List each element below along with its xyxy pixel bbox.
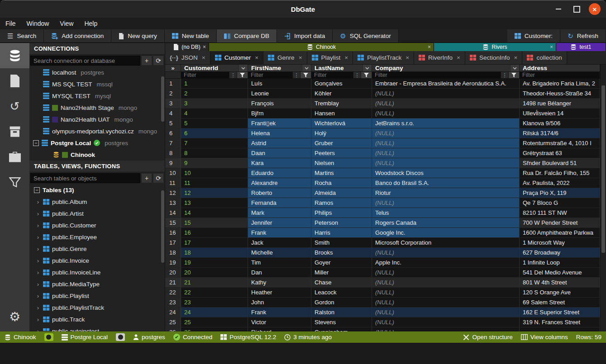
column-header-address[interactable]: Address <box>520 65 600 71</box>
cell-address[interactable]: 8210 111 ST NW <box>520 208 600 218</box>
table-row[interactable]: 1919TimGoyerApple Inc.1 Infinite Loop <box>165 258 600 268</box>
cell-lastname[interactable]: Holý <box>311 128 372 138</box>
filter-input-company[interactable] <box>372 72 501 78</box>
close-icon[interactable]: × <box>344 54 348 61</box>
tab-group-test1[interactable]: test1 <box>556 43 606 51</box>
connection-item[interactable]: localhostpostgres <box>29 66 165 78</box>
close-icon[interactable]: × <box>457 54 460 61</box>
connection-item[interactable]: Nano2Health Stagemongo <box>29 102 165 113</box>
cell-firstname[interactable]: François <box>248 99 311 109</box>
filter-input-address[interactable] <box>520 72 600 78</box>
table-item[interactable]: ›public.Artist <box>29 208 165 219</box>
cell-lastname[interactable]: Harris <box>311 228 372 238</box>
cell-firstname[interactable]: Kathy <box>248 278 311 288</box>
cell-firstname[interactable]: Jack <box>248 238 311 248</box>
cell-address[interactable]: Theodor-Heuss-Straße 34 <box>520 89 600 99</box>
cell-customerid[interactable]: 18 <box>181 248 248 258</box>
table-item[interactable]: ›public.Album <box>29 196 165 208</box>
tab-group--no-db-[interactable]: (no DB)× <box>165 43 209 51</box>
cell-firstname[interactable]: John <box>248 298 311 307</box>
toolbar-button-sql-generator[interactable]: ⚙SQL Generator <box>333 29 399 43</box>
table-row[interactable]: 1212RobertoAlmeidaRioturPraça Pio X, 119 <box>165 188 600 198</box>
cell-firstname[interactable]: Roberto <box>248 188 311 198</box>
rail-item-settings[interactable]: ⚙ <box>0 304 29 330</box>
cell-firstname[interactable]: Tim <box>248 258 311 268</box>
close-icon[interactable]: × <box>428 44 431 50</box>
table-row[interactable]: 1010EduardoMartinsWoodstock DiscosRua Dr… <box>165 168 600 178</box>
connections-search-input[interactable] <box>30 56 140 66</box>
cell-address[interactable]: 700 W Pender Street <box>520 218 600 228</box>
filter-menu-icon[interactable]: ⋮ <box>353 72 361 78</box>
cell-customerid[interactable]: 15 <box>181 218 248 228</box>
table-item[interactable]: ›public.PlaylistTrack <box>29 302 165 313</box>
table-row[interactable]: 77AstridGruber(NULL)Rotenturmstraße 4, 1… <box>165 138 600 148</box>
cell-firstname[interactable]: Mark <box>248 208 311 218</box>
table-row[interactable]: 1616FrankHarrisGoogle Inc.1600 Amphithea… <box>165 228 600 238</box>
cell-address[interactable]: Av. Brigadeiro Faria Lima, 2 <box>520 79 600 89</box>
cell-address[interactable]: 1 Infinite Loop <box>520 258 600 268</box>
filter-menu-icon[interactable]: ⋮ <box>292 72 300 78</box>
cell-company[interactable]: (NULL) <box>372 327 520 331</box>
table-row[interactable]: 66HelenaHolý(NULL)Rilská 3174/6 <box>165 128 600 138</box>
maximize-button[interactable] <box>571 3 582 15</box>
table-row[interactable]: 11LuísGonçalvesEmbraer - Empresa Brasile… <box>165 79 600 89</box>
cell-address[interactable]: Rilská 3174/6 <box>520 128 600 138</box>
cell-lastname[interactable]: Stevens <box>311 317 372 327</box>
cell-customerid[interactable]: 11 <box>181 178 248 188</box>
theme-palette-icon[interactable] <box>116 333 125 341</box>
cell-customerid[interactable]: 16 <box>181 228 248 238</box>
table-row[interactable]: 2323JohnGordon(NULL)69 Salem Street <box>165 298 600 307</box>
toolbar-button-search[interactable]: ☰Search <box>0 29 44 43</box>
cell-customerid[interactable]: 24 <box>181 307 248 317</box>
filter-input-lastname[interactable] <box>311 72 353 78</box>
table-item[interactable]: ›public.Genre <box>29 243 165 255</box>
tables-refresh-button[interactable]: ⟳ <box>153 173 164 183</box>
tab-customer[interactable]: Customer× <box>210 51 263 64</box>
table-row[interactable]: 1515JenniferPetersonRogers Canada700 W P… <box>165 218 600 228</box>
tab-group-chinook[interactable]: Chinook× <box>209 43 434 51</box>
tab-riverinfo[interactable]: RiverInfo× <box>414 51 465 64</box>
cell-company[interactable]: (NULL) <box>372 138 520 148</box>
cell-lastname[interactable]: Brooks <box>311 248 372 258</box>
cell-customerid[interactable]: 22 <box>181 288 248 298</box>
cell-customerid[interactable]: 20 <box>181 268 248 278</box>
tab-group-rivers[interactable]: Rivers× <box>434 43 556 51</box>
filter-input-customerid[interactable] <box>181 72 229 78</box>
close-icon[interactable]: × <box>299 54 302 61</box>
column-header-company[interactable]: Company <box>372 65 520 71</box>
cell-address[interactable]: Av. Paulista, 2022 <box>520 178 600 188</box>
cell-lastname[interactable]: Almeida <box>311 188 372 198</box>
chevron-right-icon[interactable]: › <box>36 257 40 264</box>
cell-customerid[interactable]: 21 <box>181 278 248 288</box>
cell-address[interactable] <box>520 327 600 331</box>
table-item[interactable]: ›public.Invoice <box>29 255 165 266</box>
connection-item[interactable]: olympus-medportal.vychozi.czmongo <box>29 125 165 137</box>
toolbar-button-compare-db[interactable]: Compare DB <box>217 29 277 43</box>
cell-customerid[interactable]: 19 <box>181 258 248 268</box>
cell-address[interactable]: Grétrystraat 63 <box>520 148 600 158</box>
cell-address[interactable]: Qe 7 Bloco G <box>520 198 600 208</box>
rail-item-database[interactable] <box>0 43 29 68</box>
table-item[interactable]: ›public.Customer <box>29 219 165 231</box>
menu-item-file[interactable]: File <box>5 20 16 27</box>
table-item[interactable]: ›public.MediaType <box>29 278 165 290</box>
table-row[interactable]: 1313FernandaRamos(NULL)Qe 7 Bloco G <box>165 198 600 208</box>
cell-company[interactable]: (NULL) <box>372 158 520 168</box>
cell-company[interactable]: (NULL) <box>372 278 520 288</box>
cell-firstname[interactable]: Helena <box>248 128 311 138</box>
cell-lastname[interactable]: Martins <box>311 168 372 178</box>
close-icon[interactable]: × <box>202 54 205 61</box>
cell-customerid[interactable]: 8 <box>181 148 248 158</box>
rail-item-briefcase[interactable] <box>0 144 29 170</box>
table-row[interactable]: 2626RichardCunningham(NULL) <box>165 327 600 331</box>
cell-lastname[interactable]: Gruber <box>311 138 372 148</box>
menu-item-window[interactable]: Window <box>27 20 49 27</box>
cell-customerid[interactable]: 7 <box>181 138 248 148</box>
table-row[interactable]: 1414MarkPhilipsTelus8210 111 ST NW <box>165 208 600 218</box>
cell-customerid[interactable]: 3 <box>181 99 248 109</box>
cell-company[interactable]: Woodstock Discos <box>372 168 520 178</box>
cell-address[interactable]: 627 Broadway <box>520 248 600 258</box>
menu-item-help[interactable]: Help <box>84 20 97 27</box>
cell-lastname[interactable]: Philips <box>311 208 372 218</box>
tables-scrollbar[interactable] <box>161 190 164 263</box>
